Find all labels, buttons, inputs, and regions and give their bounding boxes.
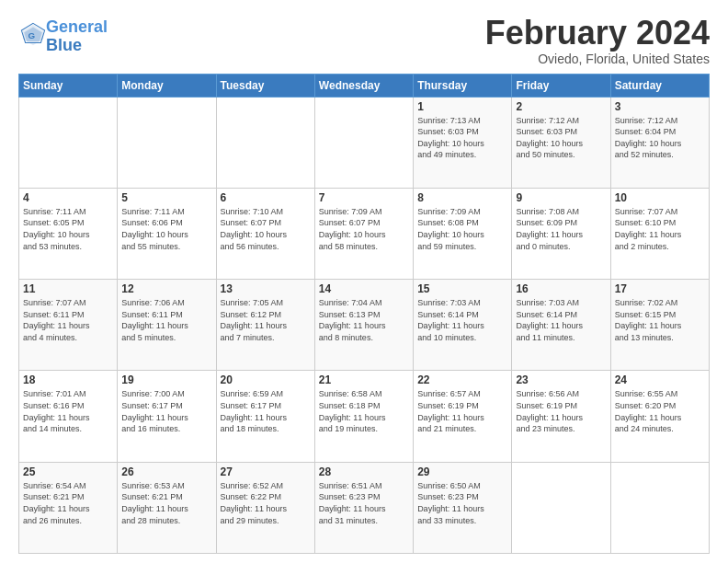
svg-text:G: G [28, 30, 35, 40]
calendar-cell: 26Sunrise: 6:53 AMSunset: 6:21 PMDayligh… [118, 462, 216, 553]
day-info: Sunrise: 7:05 AMSunset: 6:12 PMDaylight:… [221, 297, 311, 343]
calendar-cell [512, 462, 610, 553]
day-number: 5 [121, 191, 211, 204]
calendar-header-sunday: Sunday [19, 74, 118, 97]
day-number: 17 [615, 282, 705, 295]
day-info: Sunrise: 7:03 AMSunset: 6:14 PMDaylight:… [417, 297, 507, 343]
logo-blue: Blue [46, 36, 82, 54]
page: G General Blue February 2024 Oviedo, Flo… [0, 0, 728, 563]
day-number: 4 [23, 191, 113, 204]
calendar-cell: 25Sunrise: 6:54 AMSunset: 6:21 PMDayligh… [19, 462, 118, 553]
day-info: Sunrise: 7:13 AMSunset: 6:03 PMDaylight:… [417, 115, 507, 161]
calendar-cell: 5Sunrise: 7:11 AMSunset: 6:06 PMDaylight… [118, 188, 216, 279]
day-number: 19 [121, 373, 211, 386]
day-number: 8 [417, 191, 507, 204]
calendar-header-monday: Monday [118, 74, 216, 97]
day-number: 10 [615, 191, 705, 204]
calendar-header-wednesday: Wednesday [314, 74, 413, 97]
calendar-header-row: SundayMondayTuesdayWednesdayThursdayFrid… [19, 74, 710, 97]
day-number: 7 [319, 191, 409, 204]
calendar-cell: 14Sunrise: 7:04 AMSunset: 6:13 PMDayligh… [314, 280, 413, 371]
calendar-week-row: 18Sunrise: 7:01 AMSunset: 6:16 PMDayligh… [19, 371, 710, 462]
day-number: 18 [23, 373, 113, 386]
calendar-week-row: 4Sunrise: 7:11 AMSunset: 6:05 PMDaylight… [19, 188, 710, 279]
day-info: Sunrise: 7:12 AMSunset: 6:03 PMDaylight:… [516, 115, 606, 161]
logo-icon: G [20, 22, 46, 48]
day-info: Sunrise: 6:55 AMSunset: 6:20 PMDaylight:… [615, 388, 705, 434]
logo-text: General Blue [46, 18, 108, 55]
day-info: Sunrise: 7:07 AMSunset: 6:11 PMDaylight:… [23, 297, 113, 343]
day-number: 1 [417, 100, 507, 113]
calendar-cell: 18Sunrise: 7:01 AMSunset: 6:16 PMDayligh… [19, 371, 118, 462]
day-info: Sunrise: 7:10 AMSunset: 6:07 PMDaylight:… [221, 206, 311, 252]
day-number: 20 [221, 373, 311, 386]
day-info: Sunrise: 7:06 AMSunset: 6:11 PMDaylight:… [121, 297, 211, 343]
day-info: Sunrise: 7:11 AMSunset: 6:06 PMDaylight:… [121, 206, 211, 252]
calendar-cell: 17Sunrise: 7:02 AMSunset: 6:15 PMDayligh… [610, 280, 709, 371]
calendar-week-row: 1Sunrise: 7:13 AMSunset: 6:03 PMDaylight… [19, 97, 710, 188]
calendar-cell: 24Sunrise: 6:55 AMSunset: 6:20 PMDayligh… [610, 371, 709, 462]
day-info: Sunrise: 6:50 AMSunset: 6:23 PMDaylight:… [417, 480, 507, 526]
day-number: 14 [319, 282, 409, 295]
day-info: Sunrise: 7:04 AMSunset: 6:13 PMDaylight:… [319, 297, 409, 343]
calendar-cell: 11Sunrise: 7:07 AMSunset: 6:11 PMDayligh… [19, 280, 118, 371]
day-number: 27 [221, 465, 311, 478]
day-info: Sunrise: 7:12 AMSunset: 6:04 PMDaylight:… [615, 115, 705, 161]
calendar-cell: 10Sunrise: 7:07 AMSunset: 6:10 PMDayligh… [610, 188, 709, 279]
calendar-cell: 2Sunrise: 7:12 AMSunset: 6:03 PMDaylight… [512, 97, 610, 188]
day-info: Sunrise: 6:53 AMSunset: 6:21 PMDaylight:… [121, 480, 211, 526]
calendar-cell: 22Sunrise: 6:57 AMSunset: 6:19 PMDayligh… [414, 371, 512, 462]
calendar-cell: 12Sunrise: 7:06 AMSunset: 6:11 PMDayligh… [118, 280, 216, 371]
day-info: Sunrise: 7:09 AMSunset: 6:07 PMDaylight:… [319, 206, 409, 252]
location: Oviedo, Florida, United States [485, 52, 710, 66]
day-number: 11 [23, 282, 113, 295]
calendar-table: SundayMondayTuesdayWednesdayThursdayFrid… [18, 74, 710, 554]
day-number: 22 [417, 373, 507, 386]
day-info: Sunrise: 6:56 AMSunset: 6:19 PMDaylight:… [516, 388, 606, 434]
calendar-cell: 16Sunrise: 7:03 AMSunset: 6:14 PMDayligh… [512, 280, 610, 371]
calendar-cell [216, 97, 314, 188]
calendar-cell: 21Sunrise: 6:58 AMSunset: 6:18 PMDayligh… [314, 371, 413, 462]
day-number: 25 [23, 465, 113, 478]
calendar-cell: 13Sunrise: 7:05 AMSunset: 6:12 PMDayligh… [216, 280, 314, 371]
calendar-cell: 23Sunrise: 6:56 AMSunset: 6:19 PMDayligh… [512, 371, 610, 462]
day-info: Sunrise: 7:09 AMSunset: 6:08 PMDaylight:… [417, 206, 507, 252]
calendar-cell [118, 97, 216, 188]
day-info: Sunrise: 6:51 AMSunset: 6:23 PMDaylight:… [319, 480, 409, 526]
day-number: 13 [221, 282, 311, 295]
day-number: 6 [221, 191, 311, 204]
day-info: Sunrise: 7:01 AMSunset: 6:16 PMDaylight:… [23, 388, 113, 434]
day-info: Sunrise: 6:58 AMSunset: 6:18 PMDaylight:… [319, 388, 409, 434]
logo-general: General [46, 17, 108, 36]
calendar-cell: 1Sunrise: 7:13 AMSunset: 6:03 PMDaylight… [414, 97, 512, 188]
calendar-cell: 9Sunrise: 7:08 AMSunset: 6:09 PMDaylight… [512, 188, 610, 279]
calendar-cell: 29Sunrise: 6:50 AMSunset: 6:23 PMDayligh… [414, 462, 512, 553]
month-title: February 2024 [485, 15, 710, 52]
calendar-header-tuesday: Tuesday [216, 74, 314, 97]
calendar-header-thursday: Thursday [414, 74, 512, 97]
logo: G General Blue [18, 18, 108, 55]
day-number: 16 [516, 282, 606, 295]
header: G General Blue February 2024 Oviedo, Flo… [18, 15, 710, 66]
day-number: 29 [417, 465, 507, 478]
calendar-cell: 19Sunrise: 7:00 AMSunset: 6:17 PMDayligh… [118, 371, 216, 462]
day-number: 12 [121, 282, 211, 295]
calendar-cell: 27Sunrise: 6:52 AMSunset: 6:22 PMDayligh… [216, 462, 314, 553]
day-number: 15 [417, 282, 507, 295]
day-info: Sunrise: 7:02 AMSunset: 6:15 PMDaylight:… [615, 297, 705, 343]
day-number: 21 [319, 373, 409, 386]
day-number: 23 [516, 373, 606, 386]
day-number: 2 [516, 100, 606, 113]
day-info: Sunrise: 7:11 AMSunset: 6:05 PMDaylight:… [23, 206, 113, 252]
calendar-cell [314, 97, 413, 188]
day-info: Sunrise: 6:52 AMSunset: 6:22 PMDaylight:… [221, 480, 311, 526]
calendar-cell: 6Sunrise: 7:10 AMSunset: 6:07 PMDaylight… [216, 188, 314, 279]
calendar-cell: 28Sunrise: 6:51 AMSunset: 6:23 PMDayligh… [314, 462, 413, 553]
day-info: Sunrise: 7:07 AMSunset: 6:10 PMDaylight:… [615, 206, 705, 252]
day-number: 26 [121, 465, 211, 478]
day-number: 3 [615, 100, 705, 113]
day-info: Sunrise: 7:00 AMSunset: 6:17 PMDaylight:… [121, 388, 211, 434]
day-info: Sunrise: 6:54 AMSunset: 6:21 PMDaylight:… [23, 480, 113, 526]
calendar-week-row: 11Sunrise: 7:07 AMSunset: 6:11 PMDayligh… [19, 280, 710, 371]
day-number: 28 [319, 465, 409, 478]
